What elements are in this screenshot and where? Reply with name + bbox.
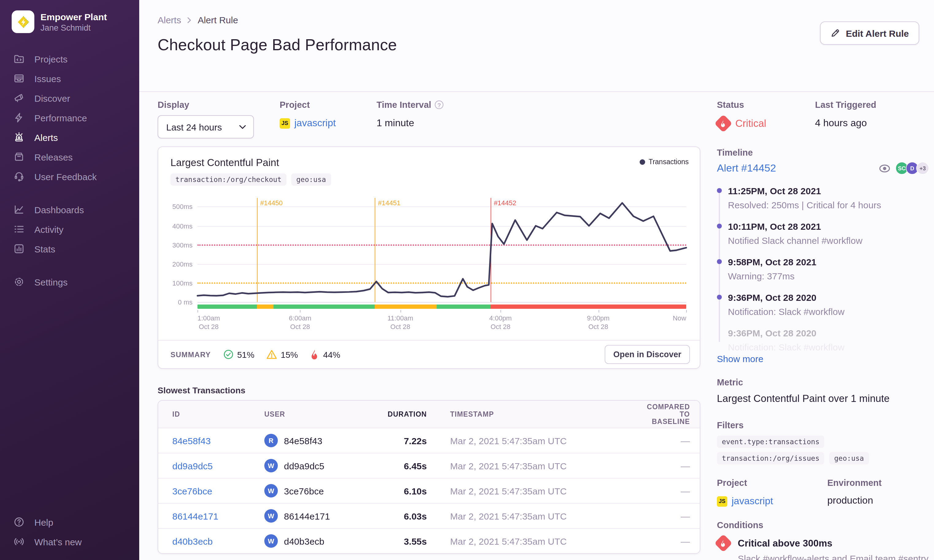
org-name: Empower Plant — [40, 11, 107, 22]
display-dropdown[interactable]: Last 24 hours — [157, 115, 254, 138]
table-row: d40b3ecb Wd40b3ecb 3.55s Mar 2, 2021 5:4… — [158, 528, 700, 553]
sidebar-item-label: Releases — [34, 152, 73, 162]
table-row: 3ce76bce W3ce76bce 6.10s Mar 2, 2021 5:4… — [158, 478, 700, 503]
legend-dot-icon — [639, 159, 645, 165]
transaction-id-link[interactable]: 84e58f43 — [172, 435, 264, 446]
chart-legend: Transactions — [639, 158, 689, 165]
sidebar-item-label: Projects — [34, 54, 68, 64]
sidebar-item-issues[interactable]: Issues — [0, 69, 139, 88]
tag-transaction: transaction:/org/checkout — [170, 173, 286, 186]
left-column: Display Last 24 hours Project JS javascr… — [157, 100, 700, 560]
timeline-dot-icon — [717, 224, 722, 229]
transaction-id-link[interactable]: d40b3ecb — [172, 536, 264, 546]
status-value: Critical — [717, 117, 815, 130]
releases-icon — [13, 151, 25, 163]
table-header-row: ID USER DURATION TIMESTAMP COMPARED TO B… — [158, 401, 700, 428]
table-row: 84e58f43 R84e58f43 7.22s Mar 2, 2021 5:4… — [158, 428, 700, 453]
timeline-entry: 9:36PM, Oct 28 2020 Notification: Slack … — [717, 292, 929, 317]
timeline-icons: SC D +3 — [879, 162, 929, 175]
transaction-id-link[interactable]: 3ce76bce — [172, 486, 264, 496]
sidebar-item-user-feedback[interactable]: User Feedback — [0, 167, 139, 186]
transaction-id-link[interactable]: 86144e171 — [172, 511, 264, 521]
timeline-dot-icon — [717, 188, 722, 193]
status-segment — [436, 305, 491, 309]
filter-transaction: transaction:/org/issues — [717, 452, 824, 465]
timeline-entry: 10:11PM, Oct 28 2021 Notified Slack chan… — [717, 221, 929, 246]
chart-x-label: 4:00pmOct 28 — [489, 314, 512, 331]
issues-icon — [13, 72, 25, 84]
open-in-discover-button[interactable]: Open in Discover — [605, 345, 690, 364]
sidebar-item-dashboards[interactable]: Dashboards — [0, 200, 139, 219]
chart-y-tick: 300ms — [162, 241, 193, 248]
chart-y-tick: 100ms — [162, 279, 193, 287]
project-environment-row: Project JS javascript Environment produc… — [717, 478, 929, 507]
chart-x-label: Now — [673, 314, 686, 323]
transactions-line-series — [198, 199, 686, 302]
sidebar-item-projects[interactable]: Projects — [0, 49, 139, 69]
project-label: Project — [279, 100, 377, 110]
avatar: W — [264, 484, 278, 497]
col-duration: DURATION — [375, 411, 427, 418]
col-timestamp: TIMESTAMP — [427, 411, 646, 418]
sidebar-item-performance[interactable]: Performance — [0, 108, 139, 128]
chart-x-axis: 1:00amOct 286:00amOct 2811:00amOct 284:0… — [198, 312, 686, 333]
status-segment — [375, 305, 437, 309]
summary-warning: 15% — [266, 349, 298, 360]
page-title: Checkout Page Bad Performance — [157, 35, 919, 55]
org-switcher[interactable]: Empower Plant Jane Schmidt — [0, 0, 139, 33]
sidebar-item-help[interactable]: Help — [0, 512, 139, 532]
sidebar-item-label: Stats — [34, 243, 55, 254]
sidebar-item-settings[interactable]: Settings — [0, 272, 139, 292]
environment-label: Environment — [827, 478, 929, 488]
filter-geo: geo:usa — [829, 452, 869, 465]
transaction-id-link[interactable]: dd9a9dc5 — [172, 460, 264, 471]
status-segment — [198, 305, 257, 309]
dashboards-icon — [13, 204, 25, 215]
help-circle-icon[interactable]: ? — [435, 100, 443, 109]
timeline-entry-faded: 9:36PM, Oct 28 2020 Notification: Slack … — [717, 327, 929, 353]
content: Display Last 24 hours Project JS javascr… — [139, 92, 934, 560]
chart-x-label: 6:00amOct 28 — [289, 314, 311, 331]
filter-event-type: event.type:transactions — [717, 435, 824, 448]
chevron-right-icon — [187, 16, 192, 24]
status-segment — [257, 305, 273, 309]
sidebar-item-stats[interactable]: Stats — [0, 239, 139, 258]
project-value: JS javascript — [279, 118, 377, 129]
chart-x-label: 11:00amOct 28 — [387, 314, 413, 331]
breadcrumb-alerts[interactable]: Alerts — [157, 15, 181, 25]
sidebar-item-whats-new[interactable]: What’s new — [0, 532, 139, 551]
broadcast-icon — [13, 536, 25, 548]
chart-footer: SUMMARY 51% 15% 44% Ope — [158, 340, 700, 368]
timeline-header: Alert #14452 SC D +3 — [717, 162, 929, 175]
chart-tags: transaction:/org/checkout geo:usa — [170, 173, 687, 186]
sidebar: Empower Plant Jane Schmidt Projects Issu… — [0, 0, 139, 560]
alert-link[interactable]: Alert #14452 — [717, 162, 776, 174]
metric-value: Largest Contentful Paint over 1 minute — [717, 393, 929, 405]
fire-icon — [310, 349, 320, 360]
last-triggered-label: Last Triggered — [815, 100, 929, 110]
eye-icon[interactable] — [879, 164, 891, 172]
chart-plot: 0 ms100ms200ms300ms400ms500ms#14450#1445… — [198, 199, 686, 302]
legend-label: Transactions — [648, 158, 689, 165]
status-segment — [274, 305, 375, 309]
transactions-table: ID USER DURATION TIMESTAMP COMPARED TO B… — [157, 400, 700, 554]
avatar: W — [264, 509, 278, 523]
sidebar-item-label: Activity — [34, 224, 63, 234]
show-more-link[interactable]: Show more — [717, 354, 764, 364]
status-segment — [491, 305, 686, 309]
sidebar-item-alerts[interactable]: Alerts — [0, 128, 139, 147]
project-link[interactable]: javascript — [294, 118, 336, 129]
sidebar-footer: Help What’s new — [0, 496, 139, 551]
right-panel: Status Critical Last Triggered 4 hours a… — [717, 100, 930, 560]
sidebar-item-label: User Feedback — [34, 171, 97, 182]
avatar-overflow[interactable]: +3 — [916, 162, 929, 175]
gear-icon — [13, 276, 25, 288]
sidebar-item-activity[interactable]: Activity — [0, 219, 139, 239]
chart-y-tick: 400ms — [162, 222, 193, 229]
condition-title: Critical above 300ms — [738, 538, 832, 549]
display-label: Display — [157, 100, 279, 110]
edit-alert-rule-button[interactable]: Edit Alert Rule — [820, 22, 919, 45]
sidebar-item-discover[interactable]: Discover — [0, 88, 139, 108]
project-link[interactable]: javascript — [732, 496, 773, 507]
sidebar-item-releases[interactable]: Releases — [0, 147, 139, 167]
